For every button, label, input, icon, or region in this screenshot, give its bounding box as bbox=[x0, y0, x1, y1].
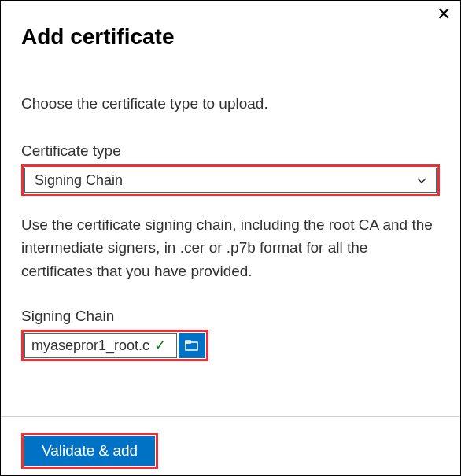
checkmark-icon: ✓ bbox=[154, 337, 166, 354]
chevron-down-icon bbox=[417, 174, 426, 186]
folder-icon bbox=[185, 340, 199, 351]
file-input[interactable]: myasepror1_root.c ✓ bbox=[24, 333, 177, 358]
panel-content: Add certificate Choose the certificate t… bbox=[1, 1, 460, 361]
certificate-type-selected: Signing Chain bbox=[35, 172, 123, 189]
submit-highlight: Validate & add bbox=[21, 433, 158, 469]
footer: Validate & add bbox=[1, 417, 460, 476]
close-icon: ✕ bbox=[437, 4, 451, 24]
file-field-highlight: myasepror1_root.c ✓ bbox=[21, 330, 208, 361]
file-field-label: Signing Chain bbox=[21, 308, 440, 325]
certificate-type-highlight: Signing Chain bbox=[21, 164, 440, 196]
validate-add-button[interactable]: Validate & add bbox=[24, 436, 155, 466]
certificate-type-label: Certificate type bbox=[21, 142, 440, 160]
browse-button[interactable] bbox=[179, 333, 205, 358]
page-title: Add certificate bbox=[21, 24, 440, 50]
instruction-text: Choose the certificate type to upload. bbox=[21, 95, 440, 113]
file-name-text: myasepror1_root.c bbox=[31, 338, 149, 354]
certificate-type-select[interactable]: Signing Chain bbox=[24, 168, 437, 193]
certificate-type-description: Use the certificate signing chain, inclu… bbox=[21, 213, 440, 282]
close-button[interactable]: ✕ bbox=[432, 4, 455, 24]
